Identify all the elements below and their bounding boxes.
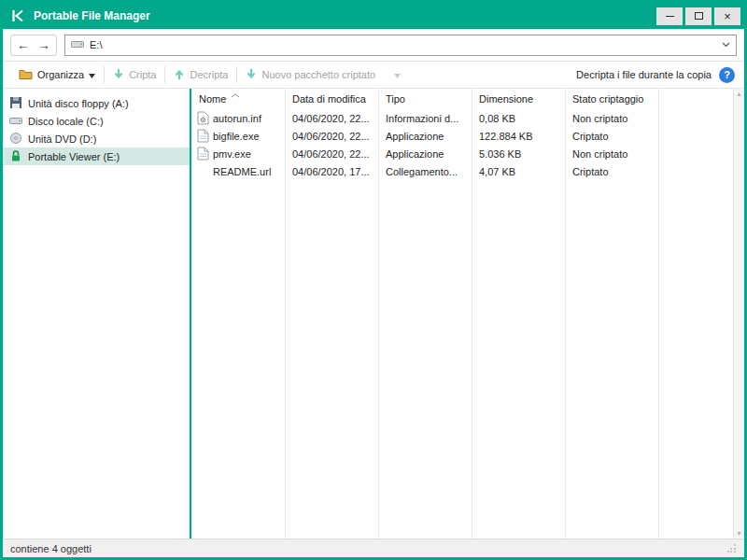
status-bar: contiene 4 oggetti — [3, 539, 744, 557]
file-size: 4,07 KB — [472, 166, 565, 177]
sidebar-item-local-c[interactable]: Disco locale (C:) — [3, 112, 190, 130]
scroll-down-icon[interactable]: ▼ — [736, 530, 742, 537]
resize-grip[interactable] — [727, 543, 737, 554]
file-name: autorun.inf — [213, 113, 261, 124]
decrypt-label: Decripta — [190, 69, 228, 80]
column-header-modified[interactable]: Data di modifica — [285, 93, 378, 105]
decrypt-on-copy-label: Decripta i file durante la copia — [576, 69, 712, 80]
lock-icon — [9, 149, 22, 164]
encrypt-button[interactable]: Cripta — [105, 62, 164, 88]
chevron-down-icon — [89, 69, 95, 80]
chevron-down-icon — [394, 69, 401, 80]
close-icon: × — [724, 10, 731, 22]
file-modified: 04/06/2020, 22... — [285, 131, 378, 142]
maximize-icon — [695, 12, 703, 20]
file-type: Applicazione — [378, 148, 472, 160]
organize-label: Organizza — [37, 69, 84, 80]
system-file-icon — [196, 111, 209, 125]
toolbar: Organizza Cripta Decripta Nuovo pacchett… — [3, 61, 744, 89]
application-file-icon — [196, 129, 209, 143]
drive-tree: Unità disco floppy (A:) Disco locale (C:… — [3, 89, 190, 539]
main-area: Unità disco floppy (A:) Disco locale (C:… — [3, 89, 744, 539]
file-list: Nome Data di modifica Tipo Dimensione St… — [191, 89, 733, 539]
new-encrypted-package-label: Nuovo pacchetto criptato — [261, 69, 375, 80]
scroll-up-icon[interactable]: ▲ — [736, 91, 742, 97]
file-row-autorun[interactable]: autorun.inf 04/06/2020, 22... Informazio… — [191, 109, 733, 127]
file-row-readme[interactable]: README.url 04/06/2020, 17... Collegament… — [191, 162, 733, 180]
forward-button[interactable]: → — [34, 35, 54, 55]
sidebar-item-portable-viewer-e[interactable]: Portable Viewer (E:) — [3, 147, 190, 165]
sidebar-item-label: Portable Viewer (E:) — [28, 151, 120, 162]
sort-ascending-icon — [231, 89, 240, 100]
hard-drive-icon — [9, 114, 22, 129]
decrypt-arrow-up-icon — [174, 68, 185, 82]
file-modified: 04/06/2020, 22... — [285, 113, 378, 124]
no-icon — [196, 164, 209, 178]
file-encryption-status: Non criptato — [565, 148, 658, 160]
title-bar: Portable File Manager × — [3, 3, 744, 29]
portable-file-manager-window: Portable File Manager × ← → E:\ Organizz… — [0, 0, 747, 560]
file-name: bigfile.exe — [213, 131, 260, 142]
file-name: pmv.exe — [213, 148, 251, 160]
floppy-disk-icon — [9, 96, 22, 111]
file-encryption-status: Non criptato — [565, 113, 658, 124]
package-arrow-down-icon — [246, 68, 257, 82]
address-combobox[interactable]: E:\ — [64, 35, 737, 56]
drive-icon — [71, 38, 84, 51]
column-header-encryption-status[interactable]: Stato criptaggio — [565, 93, 658, 105]
address-path: E:\ — [90, 39, 102, 50]
folder-icon — [19, 68, 33, 81]
file-type: Informazioni d... — [378, 113, 472, 124]
column-separator — [285, 89, 286, 539]
column-separator — [378, 89, 379, 539]
column-separator — [658, 89, 659, 539]
new-encrypted-package-button[interactable]: Nuovo pacchetto criptato — [237, 62, 409, 88]
status-text: contiene 4 oggetti — [10, 543, 92, 554]
file-type: Collegamento... — [378, 166, 472, 177]
close-button[interactable]: × — [714, 7, 740, 25]
file-size: 122.884 KB — [472, 131, 565, 142]
column-separator — [472, 89, 472, 539]
sidebar-item-label: Unità disco floppy (A:) — [28, 98, 129, 109]
sidebar-item-label: Disco locale (C:) — [28, 116, 104, 127]
minimize-button[interactable] — [656, 7, 683, 25]
address-bar: ← → E:\ — [3, 29, 744, 61]
file-row-bigfile[interactable]: bigfile.exe 04/06/2020, 22... Applicazio… — [191, 127, 733, 145]
kaspersky-logo-icon — [10, 8, 25, 23]
vertical-scrollbar[interactable]: ▲ ▼ — [733, 89, 744, 539]
address-dropdown-icon[interactable] — [722, 42, 730, 48]
dvd-drive-icon — [9, 132, 22, 147]
organize-button[interactable]: Organizza — [10, 62, 104, 88]
encrypt-arrow-down-icon — [113, 68, 124, 82]
application-file-icon — [196, 147, 209, 161]
column-headers: Nome Data di modifica Tipo Dimensione St… — [191, 89, 733, 109]
file-modified: 04/06/2020, 17... — [285, 166, 378, 177]
file-encryption-status: Criptato — [565, 131, 658, 142]
file-type: Applicazione — [378, 131, 472, 142]
help-button[interactable]: ? — [719, 67, 735, 83]
encrypt-label: Cripta — [129, 69, 156, 80]
window-title: Portable File Manager — [34, 9, 654, 22]
nav-button-group: ← → — [10, 35, 57, 56]
minimize-icon — [666, 16, 674, 17]
file-modified: 04/06/2020, 22... — [285, 148, 378, 160]
decrypt-button[interactable]: Decripta — [165, 62, 236, 88]
toolbar-right-group: Decripta i file durante la copia ? — [576, 67, 737, 83]
maximize-button[interactable] — [685, 7, 712, 25]
column-header-type[interactable]: Tipo — [378, 93, 472, 105]
sidebar-item-floppy-a[interactable]: Unità disco floppy (A:) — [3, 94, 190, 112]
file-name: README.url — [213, 166, 271, 177]
sidebar-item-dvd-d[interactable]: Unità DVD (D:) — [3, 130, 190, 147]
column-header-size[interactable]: Dimensione — [472, 93, 565, 105]
column-separator — [565, 89, 566, 539]
file-encryption-status: Criptato — [565, 166, 658, 177]
file-size: 5.036 KB — [472, 148, 565, 160]
sidebar-item-label: Unità DVD (D:) — [28, 133, 96, 145]
back-button[interactable]: ← — [13, 35, 34, 55]
file-row-pmv[interactable]: pmv.exe 04/06/2020, 22... Applicazione 5… — [191, 145, 733, 162]
file-size: 0,08 KB — [472, 113, 565, 124]
